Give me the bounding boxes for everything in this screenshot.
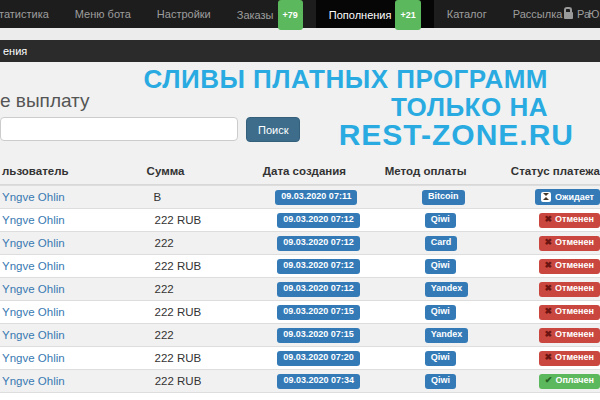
table-row: Yngve Ohlin 222 RUB 09.03.2020 07:34 Qiw… — [0, 369, 600, 392]
status-badge-pending: Ожидает — [535, 189, 600, 205]
status-label: Отменен — [555, 260, 594, 270]
date-badge: 09.03.2020 07:12 — [277, 236, 360, 251]
table-row: Yngve Ohlin B 09.03.2020 07:11 Bitcoin О… — [0, 185, 600, 208]
status-badge-cancelled: ✖Отменен — [539, 328, 600, 343]
table-row: Yngve Ohlin 222 RUB 09.03.2020 07:20 Qiw… — [0, 346, 600, 369]
status-badge-cancelled: ✖Отменен — [539, 259, 600, 274]
nav-item-catalog[interactable]: Каталог — [434, 0, 500, 28]
payments-table: льзователь Сумма Дата создания Метод опл… — [0, 158, 600, 400]
table-header-row: льзователь Сумма Дата создания Метод опл… — [0, 158, 600, 185]
date-badge: 09.03.2020 07:20 — [277, 351, 360, 366]
logout-link[interactable]: Ра — [564, 0, 590, 28]
method-badge: Bitcoin — [422, 190, 465, 205]
breadcrumb-bar: ения — [0, 40, 600, 62]
header-user: льзователь — [0, 165, 147, 177]
status-label: Отменен — [555, 237, 594, 247]
status-label: Оплачен — [555, 375, 594, 385]
date-badge: 09.03.2020 07:15 — [277, 305, 360, 320]
header-amount: Сумма — [147, 165, 263, 177]
user-link[interactable]: Yngve Ohlin — [2, 237, 65, 249]
orders-count-badge: +79 — [278, 0, 303, 30]
user-link[interactable]: Yngve Ohlin — [2, 191, 65, 203]
method-badge: Yandex — [425, 328, 469, 343]
check-icon: ✔ — [545, 375, 553, 385]
header-date: Дата создания — [263, 165, 385, 177]
date-badge: 09.03.2020 07:15 — [277, 328, 360, 343]
logout-label: Ра — [577, 8, 590, 20]
topups-count-badge: +21 — [395, 0, 420, 30]
amount-cell: 222 RUB — [155, 306, 278, 318]
nav-item-statistics[interactable]: татистика — [0, 0, 62, 28]
user-link[interactable]: Yngve Ohlin — [2, 375, 65, 387]
nav-item-label: Заказы — [237, 9, 274, 21]
cross-icon: ✖ — [545, 352, 553, 362]
method-badge: Card — [425, 236, 458, 251]
status-badge-cancelled: ✖Отменен — [539, 351, 600, 366]
cross-icon: ✖ — [545, 214, 553, 224]
table-row: Yngve Ohlin 222 09.03.2020 07:15 Yandex … — [0, 323, 600, 346]
watermark-line-1: СЛИВЫ ПЛАТНЫХ ПРОГРАММ — [144, 64, 548, 95]
status-label: Ожидает — [555, 192, 594, 202]
date-badge: 09.03.2020 07:12 — [277, 282, 360, 297]
amount-cell: 222 — [155, 283, 278, 295]
status-label: Отменен — [555, 352, 594, 362]
nav-item-orders[interactable]: Заказы+79 — [224, 0, 316, 28]
navbar-items: татистика Меню бота Настройки Заказы+79 … — [0, 0, 600, 28]
amount-cell: B — [154, 191, 276, 203]
method-badge: Qiwi — [425, 259, 456, 274]
cross-icon: ✖ — [545, 237, 553, 247]
user-link[interactable]: Yngve Ohlin — [2, 329, 65, 341]
status-label: Отменен — [555, 283, 594, 293]
amount-cell: 222 RUB — [155, 214, 278, 226]
status-label: Отменен — [555, 329, 594, 339]
date-badge: 09.03.2020 07:12 — [277, 213, 360, 228]
table-row: Yngve Ohlin 222 09.03.2020 07:12 Card ✖О… — [0, 231, 600, 254]
status-badge-cancelled: ✖Отменен — [539, 213, 600, 228]
table-row: Yngve Ohlin 222 09.03.2020 07:12 Yandex … — [0, 277, 600, 300]
nav-item-bot-menu[interactable]: Меню бота — [62, 0, 144, 28]
table-row: Yngve Ohlin 222 RUB 09.03.2020 07:12 Qiw… — [0, 254, 600, 277]
status-badge-cancelled: ✖Отменен — [539, 236, 600, 251]
search-button[interactable]: Поиск — [246, 117, 300, 142]
date-badge: 09.03.2020 07:12 — [277, 259, 360, 274]
user-link[interactable]: Yngve Ohlin — [2, 306, 65, 318]
amount-cell: 222 RUB — [155, 375, 278, 387]
method-badge: Qiwi — [425, 305, 456, 320]
table-row: Yngve Ohlin 222 RUB 09.03.2020 07:12 Qiw… — [0, 208, 600, 231]
nav-item-topups[interactable]: Пополнения+21 — [316, 0, 434, 28]
date-badge: 09.03.2020 07:11 — [275, 190, 357, 205]
cross-icon: ✖ — [545, 260, 553, 270]
table-row: Yngve Ohlin 222 RUB 09.03.2020 07:15 Qiw… — [0, 300, 600, 323]
status-label: Отменен — [555, 214, 594, 224]
search-input[interactable] — [0, 117, 238, 141]
cross-icon: ✖ — [545, 283, 553, 293]
user-link[interactable]: Yngve Ohlin — [2, 260, 65, 272]
header-method: Метод оплаты — [385, 165, 503, 177]
method-badge: Qiwi — [425, 374, 456, 389]
hourglass-icon — [541, 192, 551, 202]
watermark-line-2: ТОЛЬКО НА — [391, 92, 548, 123]
breadcrumb: ения — [3, 45, 27, 57]
table-row-partial — [0, 392, 600, 400]
date-badge: 09.03.2020 07:34 — [277, 374, 360, 389]
cross-icon: ✖ — [545, 329, 553, 339]
status-label: Отменен — [555, 306, 594, 316]
lock-icon — [564, 12, 573, 19]
status-badge-cancelled: ✖Отменен — [539, 305, 600, 320]
nav-item-settings[interactable]: Настройки — [144, 0, 224, 28]
amount-cell: 222 — [155, 237, 278, 249]
page-title: е выплату — [0, 90, 90, 112]
header-status: Статус платежа — [503, 165, 600, 177]
status-badge-paid: ✔Оплачен — [539, 374, 600, 389]
user-link[interactable]: Yngve Ohlin — [2, 352, 65, 364]
top-navbar: татистика Меню бота Настройки Заказы+79 … — [0, 0, 600, 28]
cross-icon: ✖ — [545, 306, 553, 316]
user-link[interactable]: Yngve Ohlin — [2, 283, 65, 295]
amount-cell: 222 RUB — [155, 352, 278, 364]
watermark-line-3: REST-ZONE.RU — [339, 118, 574, 152]
method-badge: Qiwi — [425, 213, 456, 228]
page: татистика Меню бота Настройки Заказы+79 … — [0, 0, 600, 400]
user-link[interactable]: Yngve Ohlin — [2, 214, 65, 226]
method-badge: Yandex — [425, 282, 469, 297]
amount-cell: 222 — [155, 329, 278, 341]
